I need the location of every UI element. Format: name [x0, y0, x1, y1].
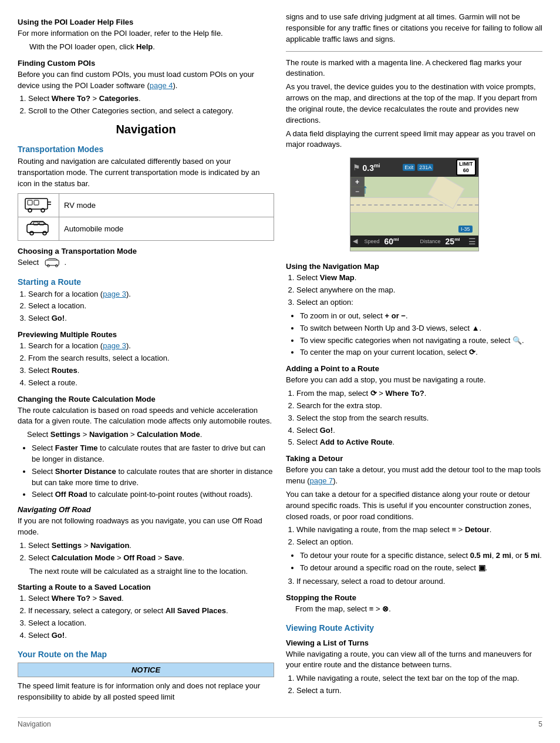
speed-value: 60mi: [384, 237, 399, 246]
saved-location-heading: Starting a Route to a Saved Location: [18, 583, 274, 591]
step-2: Search for the extra stop.: [296, 401, 542, 412]
map-road-sign: 231A: [417, 164, 433, 171]
search-icon-text: 🔍: [512, 336, 522, 345]
step-2: Select a turn.: [296, 685, 542, 697]
preview-routes-heading: Previewing Multiple Routes: [18, 330, 274, 339]
route-p1: The route is marked with a magenta line.…: [286, 58, 542, 80]
finding-custom-pois-heading: Finding Custom POIs: [18, 59, 274, 68]
svg-point-9: [43, 231, 46, 235]
svg-point-8: [30, 231, 33, 235]
detour-steps: While navigating a route, from the map s…: [296, 525, 542, 548]
offroad-note: The next route will be calculated as a s…: [18, 566, 274, 577]
notice-text: The speed limit feature is for informati…: [18, 681, 274, 703]
step-5: Select Add to Active Route.: [296, 437, 542, 448]
adding-point-steps: From the map, select ⟳ > Where To?. Sear…: [296, 388, 542, 448]
detour-heading: Taking a Detour: [286, 454, 542, 463]
stopping-route-text: From the map, select ≡ > ⊗.: [286, 604, 542, 615]
footer-left: Navigation: [18, 720, 51, 728]
choose-transport-text: Select .: [18, 257, 274, 269]
bullet-off-road: Select Off Road to calculate point-to-po…: [32, 489, 274, 500]
saved-location-steps: Select Where To? > Saved. If necessary, …: [28, 593, 274, 641]
step-1: Search for a location (page 3).: [28, 341, 274, 352]
detour-p2: You can take a detour for a specified di…: [286, 489, 542, 523]
auto-icon-small: [43, 257, 62, 269]
map-container: ⚑ 0.3mi Exit 231A LIMIT60: [286, 153, 542, 256]
bullet-road-detour: To detour around a specific road on the …: [300, 563, 542, 574]
detour-p1: Before you can take a detour, you must a…: [286, 465, 542, 487]
adding-point-heading: Adding a Point to a Route: [286, 364, 542, 373]
footer-right: 5: [538, 720, 542, 728]
step-1: Search for a location (page 3).: [28, 289, 274, 300]
viewing-activity-heading: Viewing Route Activity: [286, 623, 542, 633]
left-column: Using the POI Loader Help Files For more…: [18, 12, 274, 705]
detour-step3-list: If necessary, select a road to detour ar…: [296, 576, 542, 587]
calc-select-text: Select Settings > Navigation > Calculati…: [18, 429, 274, 441]
road-label: I-35: [458, 226, 473, 233]
step-3: Select an option:: [296, 297, 542, 308]
step-1: Select Settings > Navigation.: [28, 540, 274, 552]
transport-modes-heading: Transportation Modes: [18, 144, 274, 154]
nav-offroad-heading: Navigating Off Road: [18, 505, 274, 514]
rv-icon-cell: [18, 193, 59, 217]
table-row-auto: Automobile mode: [18, 217, 274, 240]
map-screenshot: ⚑ 0.3mi Exit 231A LIMIT60: [350, 157, 479, 251]
poi-loader-p2: With the POI loader open, click Help.: [18, 42, 274, 53]
map-speed-icon: ⚑: [353, 163, 360, 172]
page-title: Navigation: [18, 123, 274, 136]
auto-icon: [24, 220, 53, 236]
rv-icon: [24, 196, 53, 213]
bullet-shorter-dist: Select Shorter Distance to calculate rou…: [32, 466, 274, 489]
using-nav-map-bullets: To zoom in or out, select + or −. To swi…: [300, 311, 542, 358]
step-1: Select Where To? > Categories.: [28, 93, 274, 105]
map-body: ↑ + − I-35: [350, 177, 478, 236]
auto-label: Automobile mode: [59, 217, 274, 240]
using-nav-map-heading: Using the Navigation Map: [286, 262, 542, 271]
step-3: Select Routes.: [28, 365, 274, 376]
svg-rect-2: [34, 200, 39, 205]
back-icon: ◀: [353, 237, 357, 245]
step-3: Select Go!.: [28, 313, 274, 324]
nav-offroad-steps: Select Settings > Navigation. Select Cal…: [28, 540, 274, 564]
rv-label: RV mode: [59, 193, 274, 217]
finding-custom-pois-section: Finding Custom POIs Before you can find …: [18, 59, 274, 117]
step-2: Select Calculation Mode > Off Road > Sav…: [28, 553, 274, 564]
finding-custom-pois-p1: Before you can find custom POIs, you mus…: [18, 69, 274, 92]
viewing-turns-p1: While navigating a route, you can view a…: [286, 649, 542, 671]
step-1: Select Where To? > Saved.: [28, 593, 274, 604]
zoom-out-button[interactable]: −: [352, 187, 363, 196]
map-distance: 0.3mi: [363, 163, 380, 173]
road-center-line: [350, 204, 478, 206]
step-2: Select a location.: [28, 301, 274, 312]
route-p3: A data field displaying the current spee…: [286, 129, 542, 151]
using-nav-map-steps: Select View Map. Select anywhere on the …: [296, 273, 542, 308]
step-4: Select Go!.: [28, 630, 274, 641]
choose-transport-heading: Choosing a Transportation Mode: [18, 247, 274, 255]
bullet-zoom: To zoom in or out, select + or −.: [300, 311, 542, 322]
map-controls: + −: [350, 177, 365, 197]
step-1: Select View Map.: [296, 273, 542, 284]
notice-box: NOTICE: [18, 663, 274, 677]
poi-loader-heading: Using the POI Loader Help Files: [18, 18, 274, 26]
zoom-in-button[interactable]: +: [352, 178, 363, 186]
intro-p1: signs and to use safe driving judgment a…: [286, 12, 542, 45]
viewing-turns-steps: While navigating a route, select the tex…: [296, 673, 542, 697]
poi-loader-section: Using the POI Loader Help Files For more…: [18, 18, 274, 53]
map-exit-sign: Exit: [403, 164, 415, 171]
route-p2: As you travel, the device guides you to …: [286, 82, 542, 126]
road-line-bottom: [350, 212, 478, 213]
poi-loader-p1: For more information on the POI loader, …: [18, 28, 274, 39]
detour-bullets: To detour your route for a specific dist…: [300, 550, 542, 574]
svg-point-13: [47, 264, 49, 267]
step-2: If necessary, select a category, or sele…: [28, 606, 274, 617]
page: Using the POI Loader Help Files For more…: [0, 0, 560, 743]
step-2: From the search results, select a locati…: [28, 353, 274, 364]
preview-routes-steps: Search for a location (page 3). From the…: [28, 341, 274, 388]
menu-icon[interactable]: ☰: [468, 237, 476, 246]
svg-point-14: [55, 264, 58, 267]
table-row-rv: RV mode: [18, 193, 274, 217]
calc-mode-bullets: Select Faster Time to calculate routes t…: [32, 443, 274, 500]
calc-mode-heading: Changing the Route Calculation Mode: [18, 395, 274, 404]
map-top-bar: ⚑ 0.3mi Exit 231A LIMIT60: [350, 158, 478, 177]
svg-rect-1: [28, 200, 32, 205]
bullet-distance-detour: To detour your route for a specific dist…: [300, 550, 542, 562]
